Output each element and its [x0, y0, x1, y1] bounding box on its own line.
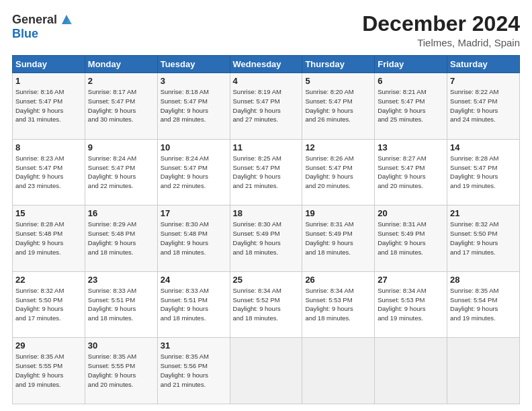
day-info: Sunrise: 8:35 AM Sunset: 5:54 PM Dayligh…	[450, 286, 517, 323]
calendar-day-cell: 26Sunrise: 8:34 AM Sunset: 5:53 PM Dayli…	[302, 271, 375, 338]
day-number: 9	[88, 142, 154, 152]
header: General Blue December 2024 Tielmes, Madr…	[12, 12, 520, 48]
day-number: 4	[233, 76, 300, 86]
day-number: 15	[15, 208, 82, 218]
day-number: 19	[305, 208, 371, 218]
day-info: Sunrise: 8:35 AM Sunset: 5:55 PM Dayligh…	[88, 352, 154, 389]
day-info: Sunrise: 8:32 AM Sunset: 5:50 PM Dayligh…	[15, 286, 82, 323]
calendar-day-cell	[302, 338, 375, 404]
calendar-day-cell: 6Sunrise: 8:21 AM Sunset: 5:47 PM Daylig…	[375, 73, 447, 140]
day-number: 12	[305, 142, 371, 152]
logo: General Blue	[12, 12, 74, 41]
day-of-week-header: Saturday	[447, 56, 520, 73]
day-info: Sunrise: 8:30 AM Sunset: 5:48 PM Dayligh…	[161, 220, 227, 257]
calendar-day-cell: 16Sunrise: 8:29 AM Sunset: 5:48 PM Dayli…	[85, 205, 157, 272]
day-info: Sunrise: 8:32 AM Sunset: 5:50 PM Dayligh…	[450, 220, 517, 257]
calendar-table: SundayMondayTuesdayWednesdayThursdayFrid…	[12, 55, 520, 404]
calendar-day-cell: 19Sunrise: 8:31 AM Sunset: 5:49 PM Dayli…	[302, 205, 375, 272]
day-info: Sunrise: 8:35 AM Sunset: 5:55 PM Dayligh…	[15, 352, 82, 389]
day-info: Sunrise: 8:33 AM Sunset: 5:51 PM Dayligh…	[88, 286, 154, 323]
calendar-week-row: 29Sunrise: 8:35 AM Sunset: 5:55 PM Dayli…	[13, 338, 520, 404]
day-number: 8	[15, 142, 82, 152]
day-info: Sunrise: 8:20 AM Sunset: 5:47 PM Dayligh…	[305, 87, 371, 124]
calendar-day-cell: 28Sunrise: 8:35 AM Sunset: 5:54 PM Dayli…	[447, 271, 520, 338]
calendar-day-cell: 14Sunrise: 8:28 AM Sunset: 5:47 PM Dayli…	[447, 139, 520, 205]
calendar-day-cell: 1Sunrise: 8:16 AM Sunset: 5:47 PM Daylig…	[13, 73, 85, 140]
day-info: Sunrise: 8:35 AM Sunset: 5:56 PM Dayligh…	[161, 352, 227, 389]
day-number: 25	[233, 275, 300, 285]
calendar-day-cell: 11Sunrise: 8:25 AM Sunset: 5:47 PM Dayli…	[230, 139, 302, 205]
page: General Blue December 2024 Tielmes, Madr…	[0, 0, 532, 411]
calendar-week-row: 8Sunrise: 8:23 AM Sunset: 5:47 PM Daylig…	[13, 139, 520, 205]
day-info: Sunrise: 8:28 AM Sunset: 5:47 PM Dayligh…	[450, 154, 517, 191]
calendar-week-row: 1Sunrise: 8:16 AM Sunset: 5:47 PM Daylig…	[13, 73, 520, 140]
day-number: 16	[88, 208, 154, 218]
day-of-week-header: Monday	[85, 56, 157, 73]
calendar-day-cell: 12Sunrise: 8:26 AM Sunset: 5:47 PM Dayli…	[302, 139, 375, 205]
day-of-week-header: Friday	[375, 56, 447, 73]
day-number: 6	[378, 76, 444, 86]
day-of-week-header: Sunday	[13, 56, 85, 73]
day-info: Sunrise: 8:17 AM Sunset: 5:47 PM Dayligh…	[88, 87, 154, 124]
day-number: 2	[88, 76, 154, 86]
logo-icon	[59, 12, 74, 27]
day-number: 31	[161, 340, 227, 351]
day-info: Sunrise: 8:22 AM Sunset: 5:47 PM Dayligh…	[450, 87, 517, 124]
day-number: 5	[305, 76, 371, 86]
day-number: 28	[450, 275, 517, 285]
calendar-week-row: 15Sunrise: 8:28 AM Sunset: 5:48 PM Dayli…	[13, 205, 520, 272]
day-info: Sunrise: 8:26 AM Sunset: 5:47 PM Dayligh…	[305, 154, 371, 191]
day-number: 18	[233, 208, 300, 218]
calendar-day-cell: 2Sunrise: 8:17 AM Sunset: 5:47 PM Daylig…	[85, 73, 157, 140]
day-number: 10	[161, 142, 227, 152]
day-info: Sunrise: 8:27 AM Sunset: 5:47 PM Dayligh…	[378, 154, 444, 191]
calendar-week-row: 22Sunrise: 8:32 AM Sunset: 5:50 PM Dayli…	[13, 271, 520, 338]
day-number: 27	[378, 275, 444, 285]
day-info: Sunrise: 8:24 AM Sunset: 5:47 PM Dayligh…	[161, 154, 227, 191]
calendar-day-cell: 15Sunrise: 8:28 AM Sunset: 5:48 PM Dayli…	[13, 205, 85, 272]
calendar-day-cell: 21Sunrise: 8:32 AM Sunset: 5:50 PM Dayli…	[447, 205, 520, 272]
day-info: Sunrise: 8:34 AM Sunset: 5:53 PM Dayligh…	[305, 286, 371, 323]
day-number: 24	[161, 275, 227, 285]
day-of-week-header: Thursday	[302, 56, 375, 73]
calendar-day-cell: 4Sunrise: 8:19 AM Sunset: 5:47 PM Daylig…	[230, 73, 302, 140]
day-info: Sunrise: 8:25 AM Sunset: 5:47 PM Dayligh…	[233, 154, 300, 191]
calendar-day-cell: 20Sunrise: 8:31 AM Sunset: 5:49 PM Dayli…	[375, 205, 447, 272]
day-info: Sunrise: 8:23 AM Sunset: 5:47 PM Dayligh…	[15, 154, 82, 191]
day-info: Sunrise: 8:31 AM Sunset: 5:49 PM Dayligh…	[305, 220, 371, 257]
day-info: Sunrise: 8:30 AM Sunset: 5:49 PM Dayligh…	[233, 220, 300, 257]
calendar-day-cell: 30Sunrise: 8:35 AM Sunset: 5:55 PM Dayli…	[85, 338, 157, 404]
day-info: Sunrise: 8:34 AM Sunset: 5:53 PM Dayligh…	[378, 286, 444, 323]
day-info: Sunrise: 8:18 AM Sunset: 5:47 PM Dayligh…	[161, 87, 227, 124]
day-of-week-header: Tuesday	[157, 56, 230, 73]
day-info: Sunrise: 8:28 AM Sunset: 5:48 PM Dayligh…	[15, 220, 82, 257]
title-block: December 2024 Tielmes, Madrid, Spain	[362, 12, 520, 48]
day-number: 21	[450, 208, 517, 218]
day-number: 3	[161, 76, 227, 86]
day-info: Sunrise: 8:21 AM Sunset: 5:47 PM Dayligh…	[378, 87, 444, 124]
logo-text: General	[12, 12, 74, 27]
calendar-day-cell: 25Sunrise: 8:34 AM Sunset: 5:52 PM Dayli…	[230, 271, 302, 338]
day-number: 29	[15, 340, 82, 351]
calendar-day-cell	[447, 338, 520, 404]
day-info: Sunrise: 8:16 AM Sunset: 5:47 PM Dayligh…	[15, 87, 82, 124]
calendar-day-cell: 27Sunrise: 8:34 AM Sunset: 5:53 PM Dayli…	[375, 271, 447, 338]
day-number: 23	[88, 275, 154, 285]
day-info: Sunrise: 8:34 AM Sunset: 5:52 PM Dayligh…	[233, 286, 300, 323]
logo-general-text: General	[12, 13, 57, 27]
day-info: Sunrise: 8:29 AM Sunset: 5:48 PM Dayligh…	[88, 220, 154, 257]
calendar-day-cell: 18Sunrise: 8:30 AM Sunset: 5:49 PM Dayli…	[230, 205, 302, 272]
day-of-week-header: Wednesday	[230, 56, 302, 73]
calendar-day-cell: 31Sunrise: 8:35 AM Sunset: 5:56 PM Dayli…	[157, 338, 230, 404]
calendar-day-cell: 17Sunrise: 8:30 AM Sunset: 5:48 PM Dayli…	[157, 205, 230, 272]
calendar-day-cell: 5Sunrise: 8:20 AM Sunset: 5:47 PM Daylig…	[302, 73, 375, 140]
day-number: 13	[378, 142, 444, 152]
day-info: Sunrise: 8:19 AM Sunset: 5:47 PM Dayligh…	[233, 87, 300, 124]
day-number: 1	[15, 76, 82, 86]
calendar-day-cell: 13Sunrise: 8:27 AM Sunset: 5:47 PM Dayli…	[375, 139, 447, 205]
calendar-day-cell	[375, 338, 447, 404]
calendar-day-cell: 24Sunrise: 8:33 AM Sunset: 5:51 PM Dayli…	[157, 271, 230, 338]
calendar-day-cell: 10Sunrise: 8:24 AM Sunset: 5:47 PM Dayli…	[157, 139, 230, 205]
day-number: 7	[450, 76, 517, 86]
calendar-day-cell: 29Sunrise: 8:35 AM Sunset: 5:55 PM Dayli…	[13, 338, 85, 404]
